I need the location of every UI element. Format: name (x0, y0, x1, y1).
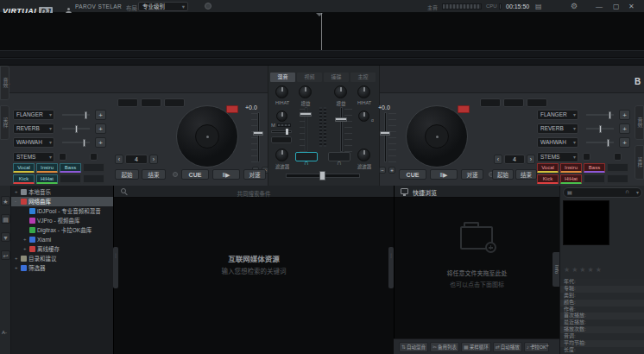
loop-double-button[interactable]: › (149, 155, 158, 164)
panel-side-tab[interactable]: 采样 (0, 105, 9, 140)
panel-side-tab[interactable]: 采样 (635, 145, 644, 180)
filter-knob-left[interactable] (275, 149, 288, 161)
stem-eq-knob-left[interactable] (275, 85, 288, 98)
maximize-button[interactable]: ▢ (613, 3, 620, 10)
sideview-tab[interactable]: ⇅自动混音 (399, 342, 428, 352)
track-overview-b[interactable] (0, 58, 644, 66)
stem-eq-knob-right[interactable] (357, 85, 370, 98)
fx-slider[interactable] (586, 128, 614, 130)
fx-slider[interactable] (62, 128, 90, 130)
play-button-b[interactable]: Ⅱ▶ (430, 169, 458, 180)
fx-select[interactable]: REVERB▾ (13, 123, 54, 134)
browser-tool-button[interactable]: ▤ (1, 214, 10, 224)
pitch-slider-a[interactable] (257, 112, 260, 162)
hotcue-slot[interactable] (503, 98, 524, 107)
expand-toggle[interactable]: - (15, 197, 19, 206)
folder-tree-item[interactable]: + 目录和建议 (11, 254, 113, 263)
hotcue-slot[interactable] (527, 98, 547, 107)
folder-tree-item[interactable]: - 网络曲库 (11, 197, 113, 206)
stem-pad[interactable]: HiHat (560, 174, 582, 184)
hotcue-slot[interactable] (164, 98, 185, 107)
stems-page-button[interactable] (614, 153, 622, 161)
gain-knob-b[interactable] (334, 85, 347, 98)
record-icon[interactable] (205, 3, 212, 9)
headphone-mix-box[interactable] (271, 136, 292, 143)
channel-fader-handle-b[interactable] (335, 117, 347, 122)
chevron-down-icon[interactable]: ▾ (636, 189, 639, 195)
loop-double-button[interactable]: › (527, 155, 535, 164)
loop-size-display[interactable]: 4 (504, 155, 525, 164)
mixer-tab[interactable]: 视频 (297, 73, 322, 82)
channel-fader-b[interactable] (340, 107, 343, 152)
stem-pad[interactable]: Bass (584, 163, 605, 173)
fx-add-button[interactable]: + (95, 123, 106, 134)
fx-slider[interactable] (62, 114, 90, 116)
expand-toggle[interactable]: + (23, 235, 28, 244)
stem-pad[interactable]: Kick (13, 174, 35, 184)
font-size-button[interactable]: A- (2, 330, 7, 335)
fx-slider-handle[interactable] (609, 111, 611, 119)
loop-half-button[interactable]: ‹ (494, 155, 502, 164)
expand-toggle[interactable]: + (15, 254, 19, 263)
fx-add-button[interactable]: + (95, 110, 106, 120)
keylock-indicator-b[interactable] (458, 105, 470, 113)
hotcue-slot[interactable] (141, 98, 161, 107)
crossfader-handle[interactable] (319, 171, 325, 180)
info-search-bar[interactable]: ▤ ∩ ▾ (563, 187, 642, 198)
stems-select-a[interactable]: STEMS▾ (13, 152, 54, 162)
fx-select[interactable]: REVERB▾ (537, 123, 578, 134)
sideview-tab[interactable]: ✂备用列表 (430, 342, 459, 352)
pitch-plus-button[interactable]: + (388, 167, 395, 174)
stems-select-b[interactable]: STEMS▾ (537, 152, 578, 162)
cue-button-b[interactable]: CUE (399, 169, 426, 180)
fx-select[interactable]: FLANGER▾ (13, 110, 54, 120)
fx-slider-handle[interactable] (83, 139, 85, 147)
add-tab-button[interactable]: + (546, 343, 549, 349)
fx-slider-handle[interactable] (599, 125, 602, 133)
gain-knob-a[interactable] (299, 85, 312, 98)
expand-toggle[interactable]: + (23, 244, 28, 254)
stem-pad[interactable]: Kick (537, 174, 559, 184)
hotcue-slot[interactable] (117, 98, 138, 107)
sync-button-a[interactable]: 对速 (243, 169, 266, 180)
stem-pad[interactable] (584, 174, 605, 184)
waveform-display[interactable] (0, 13, 644, 50)
jog-wheel-a[interactable] (176, 105, 238, 168)
play-button-a[interactable]: Ⅱ▶ (212, 169, 240, 180)
panel-side-tab[interactable]: 音效 (0, 66, 9, 100)
fx-select[interactable]: WAHWAH▾ (537, 137, 578, 148)
loop-out-button[interactable]: 结束 (515, 169, 537, 180)
fx-add-button[interactable]: + (95, 137, 106, 148)
shift-dot-button[interactable] (173, 172, 178, 177)
stem-pad[interactable] (607, 163, 628, 173)
sync-button-b[interactable]: 对速 (461, 169, 483, 180)
stem-pad[interactable] (60, 174, 81, 184)
loop-half-button[interactable]: ‹ (115, 155, 123, 164)
stem-pad[interactable] (83, 163, 104, 173)
panel-side-tab[interactable]: 音效 (635, 105, 644, 140)
expand-toggle[interactable]: + (15, 187, 19, 197)
sideview-tab[interactable]: ⇄自动播放 (493, 342, 522, 352)
mixer-tab[interactable]: 主控 (350, 73, 376, 82)
minimize-button[interactable]: — (596, 3, 603, 10)
fx-select[interactable]: FLANGER▾ (537, 110, 578, 120)
hotcue-slot[interactable] (480, 98, 501, 107)
folder-tree-item[interactable]: + 筛选器 (11, 263, 113, 273)
fx-slider[interactable] (586, 114, 614, 116)
browser-tool-button[interactable]: ★ (1, 196, 10, 205)
stems-page-button[interactable] (59, 153, 66, 161)
folder-tree-item[interactable]: Digitrax - 卡拉OK曲库 (11, 225, 113, 235)
fx-slider[interactable] (586, 142, 614, 143)
layout-select[interactable]: 专业级别▾ (138, 2, 188, 11)
mixer-tab[interactable]: 混音 (270, 73, 295, 82)
stem-pad[interactable] (607, 174, 628, 184)
more-tabs-button[interactable]: » (532, 343, 535, 349)
pitch-handle-b[interactable] (380, 131, 390, 136)
aux-knob-right[interactable] (358, 111, 369, 122)
panel-splitter[interactable]: ⋮ (113, 247, 118, 288)
aux-knob-left[interactable] (276, 111, 287, 122)
headphone-volume-slider[interactable] (271, 130, 292, 133)
pitch-handle-a[interactable] (253, 131, 263, 136)
fx-slider[interactable] (62, 142, 90, 143)
browser-tool-button[interactable]: ↩ (1, 250, 10, 260)
